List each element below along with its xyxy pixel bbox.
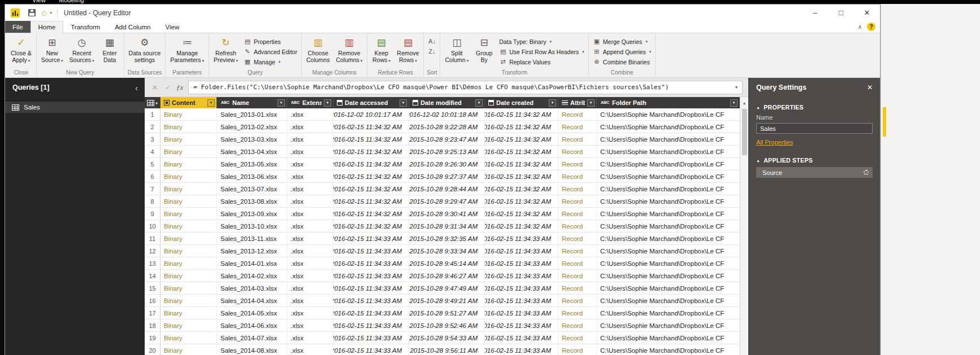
cell-content[interactable]: Binary <box>161 170 217 182</box>
row-number[interactable]: 12 <box>145 245 161 257</box>
use-first-row-as-headers-button[interactable]: ▤Use First Row As Headers▾ <box>497 47 587 56</box>
tab-home[interactable]: Home <box>31 21 64 33</box>
close-button[interactable]: ✕ <box>854 5 880 21</box>
expand-formula-icon[interactable]: ▾ <box>735 85 738 90</box>
cell-content[interactable]: Binary <box>161 319 217 331</box>
tab-add-column[interactable]: Add Column <box>107 21 158 33</box>
cell-attributes[interactable]: Record <box>558 146 597 157</box>
row-number[interactable]: 18 <box>145 319 161 331</box>
sort-az-button[interactable]: A↓ <box>426 37 438 46</box>
cell-content[interactable]: Binary <box>161 220 217 232</box>
cell-attributes[interactable]: Record <box>558 121 597 133</box>
tab-file[interactable]: File <box>5 21 31 33</box>
row-number[interactable]: 10 <box>145 220 161 232</box>
cell-attributes[interactable]: Record <box>558 295 597 306</box>
row-number[interactable]: 3 <box>145 133 161 145</box>
column-header-content[interactable]: Content▼ <box>161 97 217 108</box>
close-query-settings-icon[interactable]: ✕ <box>867 84 873 91</box>
cell-content[interactable]: Binary <box>161 270 217 282</box>
cell-content[interactable]: Binary <box>161 245 217 257</box>
keep-rows-button[interactable]: ▤KeepRows▾ <box>369 34 393 68</box>
vertical-scrollbar[interactable]: ▴ <box>740 97 748 355</box>
filter-icon[interactable]: ▼ <box>587 99 595 107</box>
cell-attributes[interactable]: Record <box>558 233 597 244</box>
minimize-button[interactable]: – <box>802 5 828 21</box>
new-source-button[interactable]: ⊞NewSource▾ <box>38 34 66 68</box>
commit-formula-icon[interactable]: ✓ <box>163 84 172 91</box>
filter-icon[interactable]: ▼ <box>207 99 215 107</box>
row-number[interactable]: 11 <box>145 233 161 244</box>
help-icon[interactable]: ? <box>867 23 875 31</box>
row-number[interactable]: 16 <box>145 295 161 306</box>
column-header-folder-path[interactable]: ABCFolder Path▼ <box>597 97 740 108</box>
cell-attributes[interactable]: Record <box>558 282 597 294</box>
cell-attributes[interactable]: Record <box>558 133 597 145</box>
row-number[interactable]: 9 <box>145 208 161 220</box>
cell-attributes[interactable]: Record <box>558 270 597 282</box>
row-number[interactable]: 8 <box>145 195 161 207</box>
cell-attributes[interactable]: Record <box>558 332 597 344</box>
data-source-settings-button[interactable]: ⚙Data sourcesettings <box>126 34 164 68</box>
maximize-button[interactable]: □ <box>828 5 854 21</box>
replace-values-button[interactable]: ⇄Replace Values <box>497 57 587 67</box>
cell-content[interactable]: Binary <box>161 183 217 195</box>
cell-attributes[interactable]: Record <box>558 158 597 170</box>
query-item-sales[interactable]: Sales <box>5 102 145 113</box>
cell-content[interactable]: Binary <box>161 344 217 355</box>
filter-icon[interactable]: ▼ <box>475 99 483 107</box>
applied-steps-section-header[interactable]: ▲ APPLIED STEPS <box>756 157 873 164</box>
scroll-up-icon[interactable]: ▴ <box>743 98 745 107</box>
manage-parameters-button[interactable]: ≔ManageParameters▾ <box>167 34 207 68</box>
combine-binaries-button[interactable]: ⊕Combine Binaries <box>591 57 653 67</box>
row-number[interactable]: 20 <box>145 344 161 355</box>
enter-data-button[interactable]: ▦EnterData <box>98 34 122 68</box>
manage-button[interactable]: ▦Manage▾ <box>241 57 300 67</box>
remove-columns-button[interactable]: ▥RemoveColumns▾ <box>333 34 365 68</box>
formula-input[interactable]: = Folder.Files("C:\Users\Sophie Marchand… <box>188 81 743 94</box>
cell-content[interactable]: Binary <box>161 257 217 269</box>
filter-icon[interactable]: ▼ <box>549 99 556 107</box>
row-number[interactable]: 6 <box>145 170 161 182</box>
cell-attributes[interactable]: Record <box>558 183 597 195</box>
sort-za-button[interactable]: Z↓ <box>426 47 438 56</box>
row-number[interactable]: 4 <box>145 146 161 157</box>
all-properties-link[interactable]: All Properties <box>756 139 793 146</box>
properties-button[interactable]: ▤Properties <box>241 37 300 46</box>
cell-attributes[interactable]: Record <box>558 108 597 120</box>
row-number[interactable]: 15 <box>145 282 161 294</box>
column-header-extension[interactable]: ABCExtension▼ <box>287 97 333 108</box>
select-all-corner[interactable]: ▾ <box>145 97 161 108</box>
save-icon[interactable] <box>28 9 36 16</box>
tab-view[interactable]: View <box>158 21 187 33</box>
cell-attributes[interactable]: Record <box>558 307 597 319</box>
choose-columns-button[interactable]: ▥ChooseColumns <box>303 34 332 68</box>
column-header-date-modified[interactable]: Date modified▼ <box>409 97 485 108</box>
refresh-preview-button[interactable]: ↻RefreshPreview▾ <box>211 34 241 68</box>
cell-attributes[interactable]: Record <box>558 344 597 355</box>
row-number[interactable]: 14 <box>145 270 161 282</box>
name-input[interactable] <box>756 123 873 134</box>
row-number[interactable]: 2 <box>145 121 161 133</box>
filter-icon[interactable]: ▼ <box>730 99 738 107</box>
data-type-binary-button[interactable]: Data Type: Binary▾ <box>497 37 587 46</box>
row-number[interactable]: 7 <box>145 183 161 195</box>
quick-access-dropdown-icon[interactable]: ▾ <box>50 11 52 15</box>
cancel-formula-icon[interactable]: ✕ <box>150 84 159 91</box>
cell-content[interactable]: Binary <box>161 195 217 207</box>
column-header-attributes[interactable]: Attributes▼ <box>558 97 597 108</box>
advanced-editor-button[interactable]: ✎Advanced Editor <box>241 47 300 56</box>
column-header-date-created[interactable]: Date created▼ <box>485 97 558 108</box>
collapse-ribbon-icon[interactable]: ∧ <box>858 24 862 30</box>
cell-content[interactable]: Binary <box>161 208 217 220</box>
cell-content[interactable]: Binary <box>161 133 217 145</box>
applied-step-source[interactable]: Source <box>756 167 873 178</box>
row-number[interactable]: 17 <box>145 307 161 319</box>
scrollbar-thumb[interactable] <box>742 109 747 155</box>
row-number[interactable]: 19 <box>145 332 161 344</box>
append-queries-button[interactable]: ⊞Append Queries▾ <box>591 47 653 56</box>
row-number[interactable]: 13 <box>145 257 161 269</box>
cell-attributes[interactable]: Record <box>558 245 597 257</box>
cell-attributes[interactable]: Record <box>558 208 597 220</box>
filter-icon[interactable]: ▼ <box>400 99 407 107</box>
gear-icon[interactable] <box>864 170 869 175</box>
